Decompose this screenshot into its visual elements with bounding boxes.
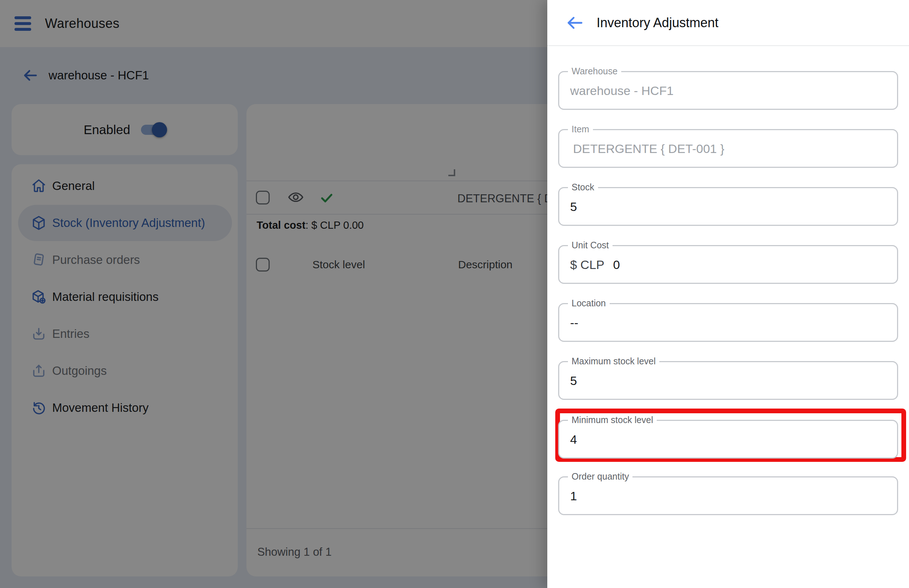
warehouse-field: Warehouse warehouse - HCF1: [558, 71, 898, 110]
order-quantity-field[interactable]: Order quantity 1: [558, 477, 898, 515]
field-label: Unit Cost: [568, 240, 612, 250]
field-label: Order quantity: [568, 471, 633, 482]
minimum-stock-level-field[interactable]: Minimum stock level 4: [558, 420, 898, 459]
maximum-stock-level-field[interactable]: Maximum stock level 5: [558, 361, 898, 400]
field-value: 5: [570, 199, 577, 213]
field-value: warehouse - HCF1: [570, 83, 673, 97]
unit-cost-value: 0: [613, 257, 620, 271]
inventory-adjustment-panel: Inventory Adjustment Warehouse warehouse…: [547, 0, 909, 588]
location-field[interactable]: Location --: [558, 303, 898, 342]
field-value: 5: [570, 373, 577, 388]
field-label: Location: [568, 298, 610, 309]
panel-title: Inventory Adjustment: [597, 15, 718, 31]
field-value: 4: [570, 432, 577, 446]
field-value: 1: [570, 489, 577, 503]
field-value: DETERGENTE { DET-001 }: [573, 141, 725, 155]
field-label: Maximum stock level: [568, 356, 659, 367]
app-root: Warehouses warehouse - HCF1 Enabled Gene…: [0, 0, 909, 588]
stock-field[interactable]: Stock 5: [558, 187, 898, 226]
currency-prefix: $ CLP: [570, 257, 605, 271]
panel-back-button[interactable]: [564, 12, 586, 34]
arrow-left-icon: [565, 13, 584, 32]
field-label: Stock: [568, 182, 598, 192]
field-label: Minimum stock level: [568, 415, 657, 425]
field-label: Warehouse: [568, 66, 621, 76]
unit-cost-field[interactable]: Unit Cost $ CLP0: [558, 245, 898, 284]
field-label: Item: [568, 124, 593, 134]
modal-backdrop[interactable]: [0, 0, 547, 588]
item-field: Item DETERGENTE { DET-001 }: [558, 129, 898, 168]
panel-header: Inventory Adjustment: [547, 0, 909, 46]
field-value: --: [570, 315, 578, 330]
field-value: $ CLP0: [570, 257, 620, 271]
